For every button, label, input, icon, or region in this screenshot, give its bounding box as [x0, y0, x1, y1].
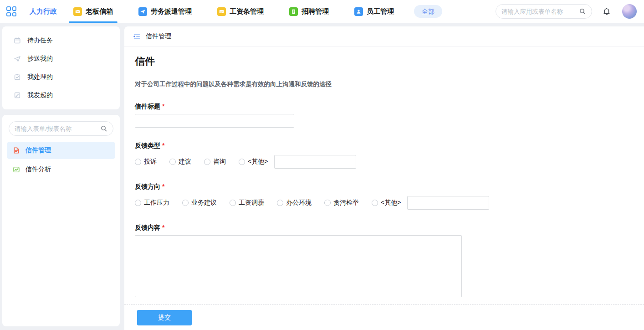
- radio-option-complaint[interactable]: 投诉: [135, 158, 157, 166]
- collapse-sidebar-icon[interactable]: [132, 32, 141, 41]
- radio-option-other[interactable]: <其他>: [372, 199, 401, 207]
- letter-doc-icon: [13, 147, 20, 154]
- app-grid-icon[interactable]: [6, 6, 16, 16]
- radio-circle[interactable]: [324, 200, 331, 206]
- radio-label: 咨询: [213, 158, 226, 166]
- handled-clipboard-icon: [14, 73, 21, 81]
- nav-tabs: 老板信箱 劳务派遣管理 工资条管理 招聘管理 员工管理: [73, 0, 394, 23]
- tab-all-pill[interactable]: 全部: [414, 5, 442, 18]
- field-label-text: 反馈内容: [135, 224, 160, 231]
- feedback-direction-options: 工作压力 业务建议 工资调薪 办公环境 贪污检举 <其他>: [135, 196, 639, 210]
- tab-label: 招聘管理: [302, 7, 329, 16]
- radio-label: 办公环境: [286, 199, 312, 207]
- initiated-doc-icon: [14, 92, 21, 99]
- radio-label: <其他>: [381, 199, 401, 207]
- sidebar-item-todo-tasks[interactable]: 待办任务: [2, 31, 120, 50]
- todo-calendar-icon: [14, 37, 21, 44]
- required-marker: *: [162, 142, 164, 149]
- sidebar-item-label: 信件分析: [26, 165, 51, 174]
- form-search-box[interactable]: [9, 121, 113, 136]
- radio-option-business-suggestion[interactable]: 业务建议: [182, 199, 217, 207]
- paper-plane-icon: [138, 7, 147, 16]
- radio-label: 业务建议: [191, 199, 217, 207]
- page-layout: 待办任务 抄送我的 我处理的 我发起的: [0, 26, 644, 330]
- cc-plane-icon: [14, 55, 21, 62]
- sidebar-item-label: 信件管理: [26, 146, 51, 155]
- radio-label: 工资调薪: [239, 199, 264, 207]
- app-search-input[interactable]: [501, 8, 576, 15]
- radio-label: 投诉: [144, 158, 157, 166]
- nav-divider: [23, 8, 23, 15]
- field-label-text: 信件标题: [135, 103, 160, 110]
- radio-circle[interactable]: [239, 159, 245, 165]
- radio-option-office-environment[interactable]: 办公环境: [277, 199, 312, 207]
- field-label-feedback-content: 反馈内容*: [135, 224, 639, 231]
- page-header: 信件管理: [124, 26, 644, 46]
- sidebar-item-label: 抄送我的: [27, 55, 53, 63]
- submit-button[interactable]: 提交: [137, 310, 192, 325]
- radio-option-work-pressure[interactable]: 工作压力: [135, 199, 169, 207]
- search-icon[interactable]: [100, 125, 107, 132]
- sidebar-item-letter-analysis[interactable]: 信件分析: [7, 161, 115, 178]
- form-footer: 提交: [124, 304, 644, 330]
- recruit-doc-icon: [289, 7, 298, 16]
- sidebar-item-label: 我发起的: [27, 91, 53, 99]
- radio-circle[interactable]: [135, 159, 141, 165]
- required-marker: *: [162, 183, 164, 190]
- radio-option-suggestion[interactable]: 建议: [169, 158, 191, 166]
- field-label-text: 反馈类型: [135, 142, 160, 149]
- field-label-text: 反馈方向: [135, 183, 160, 190]
- radio-circle[interactable]: [230, 200, 236, 206]
- app-search-box[interactable]: [496, 4, 592, 19]
- feedback-type-other-input[interactable]: [274, 155, 356, 169]
- radio-option-corruption-report[interactable]: 贪污检举: [324, 199, 359, 207]
- user-avatar[interactable]: [622, 4, 637, 19]
- sidebar-item-cc-to-me[interactable]: 抄送我的: [2, 50, 120, 68]
- letter-title-input[interactable]: [135, 114, 294, 128]
- tab-labor-dispatch[interactable]: 劳务派遣管理: [138, 0, 192, 23]
- radio-option-inquiry[interactable]: 咨询: [204, 158, 226, 166]
- form-title: 信件: [135, 56, 639, 67]
- radio-circle[interactable]: [169, 159, 176, 165]
- letter-chart-icon: [13, 166, 20, 173]
- sidebar-item-initiated-by-me[interactable]: 我发起的: [2, 86, 120, 104]
- radio-option-salary-adjustment[interactable]: 工资调薪: [230, 199, 264, 207]
- tab-employees[interactable]: 员工管理: [354, 0, 394, 23]
- form-search-input[interactable]: [15, 125, 100, 132]
- tab-label: 员工管理: [367, 7, 394, 16]
- form-content: 信件 对于公司工作过程中的问题以及各种需求是有效的向上沟通和反馈的途径 信件标题…: [124, 46, 644, 304]
- sidebar-item-label: 待办任务: [27, 36, 53, 45]
- radio-circle[interactable]: [135, 200, 141, 206]
- tab-boss-mailbox[interactable]: 老板信箱: [73, 0, 113, 23]
- payslip-icon: [217, 7, 226, 16]
- mailbox-icon: [73, 7, 82, 16]
- top-nav: 人力行政 老板信箱 劳务派遣管理 工资条管理 招聘管理: [0, 0, 644, 23]
- feedback-direction-other-input[interactable]: [407, 196, 489, 210]
- radio-label: 建议: [179, 158, 191, 166]
- sidebar-item-label: 我处理的: [27, 73, 53, 81]
- feedback-content-textarea[interactable]: [135, 235, 462, 297]
- radio-circle[interactable]: [277, 200, 283, 206]
- radio-circle[interactable]: [182, 200, 189, 206]
- radio-label: <其他>: [248, 158, 268, 166]
- form-description: 对于公司工作过程中的问题以及各种需求是有效的向上沟通和反馈的途径: [135, 80, 639, 88]
- title-separator: [135, 69, 639, 69]
- radio-circle[interactable]: [204, 159, 210, 165]
- notification-bell-icon[interactable]: [602, 7, 611, 16]
- required-marker: *: [162, 103, 164, 110]
- required-marker: *: [162, 224, 164, 231]
- task-nav-card: 待办任务 抄送我的 我处理的 我发起的: [2, 26, 120, 109]
- workspace-name[interactable]: 人力行政: [30, 7, 57, 16]
- radio-circle[interactable]: [372, 200, 378, 206]
- tab-payslip[interactable]: 工资条管理: [217, 0, 264, 23]
- sidebar-item-handled-by-me[interactable]: 我处理的: [2, 68, 120, 86]
- tab-label: 劳务派遣管理: [151, 7, 192, 16]
- radio-option-other[interactable]: <其他>: [239, 158, 268, 166]
- tab-recruiting[interactable]: 招聘管理: [289, 0, 329, 23]
- feedback-type-options: 投诉 建议 咨询 <其他>: [135, 155, 639, 169]
- field-label-feedback-type: 反馈类型*: [135, 142, 639, 149]
- search-icon[interactable]: [579, 8, 586, 15]
- page-title: 信件管理: [146, 32, 171, 41]
- form-nav-card: 信件管理 信件分析: [2, 115, 120, 326]
- sidebar-item-letter-management[interactable]: 信件管理: [7, 142, 115, 159]
